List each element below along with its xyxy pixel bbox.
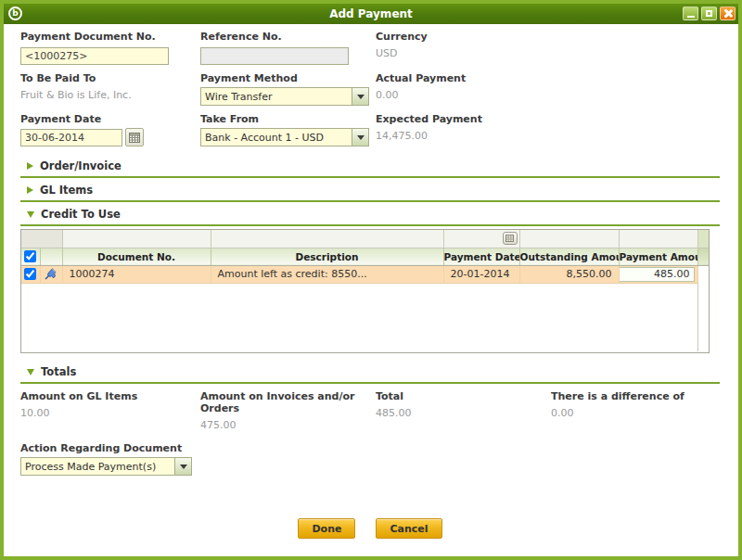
maximize-icon xyxy=(706,10,712,17)
action-regarding-document-select[interactable]: Process Made Payment(s) xyxy=(20,457,192,476)
difference-label: There is a difference of xyxy=(551,390,720,402)
window-title: Add Payment xyxy=(4,4,738,24)
table-row[interactable]: 1000274 Amount left as credit: 8550... 2… xyxy=(21,265,709,283)
col-description[interactable]: Description xyxy=(211,248,443,265)
payment-document-no-field: Payment Document No. xyxy=(20,31,200,65)
difference-value: 0.00 xyxy=(551,405,720,419)
amount-on-gl-items-value: 10.00 xyxy=(20,405,200,419)
take-from-value: Bank - Account 1 - USD xyxy=(201,129,352,146)
table-header-row: Document No. Description Payment Date Ou… xyxy=(21,248,709,265)
section-totals-label: Totals xyxy=(41,365,76,378)
close-icon xyxy=(723,9,732,18)
section-totals[interactable]: Totals xyxy=(20,362,720,384)
col-payment-amount[interactable]: Payment Amount xyxy=(619,248,697,265)
cell-document-no: 1000274 xyxy=(62,265,211,283)
col-document-no[interactable]: Document No. xyxy=(62,248,211,265)
select-all-header-cell xyxy=(21,248,40,265)
dropdown-triangle-icon xyxy=(357,135,365,140)
reference-no-input[interactable] xyxy=(200,47,349,65)
take-from-select[interactable]: Bank - Account 1 - USD xyxy=(200,128,369,146)
section-gl-items[interactable]: GL Items xyxy=(20,180,720,202)
select-all-checkbox[interactable] xyxy=(24,250,36,262)
actual-payment-label: Actual Payment xyxy=(376,72,720,84)
section-order-invoice[interactable]: Order/Invoice xyxy=(20,156,720,178)
payment-form: Payment Document No. Reference No. Curre… xyxy=(20,31,720,154)
chevron-down-icon[interactable] xyxy=(352,88,368,105)
to-be-paid-to-label: To Be Paid To xyxy=(20,72,200,84)
cell-description: Amount left as credit: 8550... xyxy=(211,265,443,283)
reference-no-field: Reference No. xyxy=(200,31,376,65)
minimize-button[interactable] xyxy=(683,6,698,20)
payment-amount-input[interactable] xyxy=(619,267,695,282)
payment-date-field: Payment Date xyxy=(20,113,200,146)
section-order-invoice-label: Order/Invoice xyxy=(40,159,122,172)
collapse-arrow-icon xyxy=(27,211,34,218)
payment-method-select[interactable]: Wire Transfer xyxy=(200,87,369,106)
filter-document-no[interactable] xyxy=(62,230,211,248)
cell-payment-date: 20-01-2014 xyxy=(443,265,519,283)
row-select-cell xyxy=(21,265,40,283)
difference-field: There is a difference of 0.00 xyxy=(551,390,720,431)
section-credit-to-use[interactable]: Credit To Use xyxy=(20,204,720,226)
total-value: 485.00 xyxy=(376,405,551,419)
pushpin-icon xyxy=(45,266,58,280)
section-gl-items-label: GL Items xyxy=(40,184,93,197)
currency-value: USD xyxy=(376,45,720,59)
filter-outstanding-amount[interactable] xyxy=(519,230,619,248)
to-be-paid-to-field: To Be Paid To Fruit & Bio is Life, Inc. xyxy=(20,72,200,106)
minimize-icon xyxy=(687,16,695,18)
payment-method-value: Wire Transfer xyxy=(201,88,352,105)
expected-payment-value: 14,475.00 xyxy=(376,128,720,142)
totals-summary: Amount on GL Items 10.00 Amount on Invoi… xyxy=(20,390,720,439)
currency-field: Currency USD xyxy=(376,31,720,65)
cell-payment-amount xyxy=(619,265,697,283)
credit-to-use-table: Document No. Description Payment Date Ou… xyxy=(20,229,710,353)
table-scroll-gutter xyxy=(697,248,709,265)
expected-payment-label: Expected Payment xyxy=(376,113,720,125)
payment-date-label: Payment Date xyxy=(20,113,200,125)
calendar-button[interactable] xyxy=(125,128,144,146)
expected-payment-field: Expected Payment 14,475.00 xyxy=(376,113,720,146)
collapse-arrow-icon xyxy=(27,369,34,375)
chevron-down-icon[interactable] xyxy=(174,458,191,475)
col-outstanding-amount[interactable]: Outstanding Amount xyxy=(519,248,619,265)
payment-document-no-label: Payment Document No. xyxy=(20,31,200,43)
amount-on-invoices-value: 475.00 xyxy=(200,417,376,431)
filter-description[interactable] xyxy=(211,230,443,248)
amount-on-gl-items-field: Amount on GL Items 10.00 xyxy=(20,390,200,431)
col-payment-date[interactable]: Payment Date xyxy=(443,248,519,265)
dialog-content: Payment Document No. Reference No. Curre… xyxy=(4,24,738,556)
take-from-field: Take From Bank - Account 1 - USD xyxy=(200,113,376,146)
total-label: Total xyxy=(376,390,551,402)
table-scroll-gutter xyxy=(697,230,709,248)
amount-on-invoices-label: Amount on Invoices and/or Orders xyxy=(200,390,376,414)
chevron-down-icon[interactable] xyxy=(352,129,368,146)
payment-date-input[interactable] xyxy=(20,129,122,146)
expand-arrow-icon xyxy=(27,162,33,170)
row-icon-cell xyxy=(40,265,62,283)
row-checkbox[interactable] xyxy=(24,268,36,280)
maximize-button[interactable] xyxy=(701,6,717,20)
action-regarding-document-field: Action Regarding Document Process Made P… xyxy=(20,442,720,476)
row-icon-header-cell xyxy=(40,248,62,265)
actual-payment-value: 0.00 xyxy=(376,87,720,101)
payment-method-label: Payment Method xyxy=(200,72,376,84)
add-payment-dialog: b Add Payment Payment Document No. Refer… xyxy=(0,0,742,560)
dialog-buttons: Done Cancel xyxy=(20,518,720,539)
table-scroll-gutter xyxy=(697,265,709,283)
payment-document-no-input[interactable] xyxy=(20,47,169,65)
filter-selection-cell xyxy=(21,230,62,248)
cancel-button[interactable]: Cancel xyxy=(376,518,441,539)
filter-calendar-button[interactable] xyxy=(503,232,518,245)
close-button[interactable] xyxy=(720,6,736,20)
titlebar: b Add Payment xyxy=(4,4,738,24)
to-be-paid-to-value: Fruit & Bio is Life, Inc. xyxy=(20,87,200,101)
table-empty-area xyxy=(21,283,709,351)
filter-payment-amount[interactable] xyxy=(619,230,697,248)
done-button[interactable]: Done xyxy=(298,518,355,539)
bottom-spacer xyxy=(20,483,720,518)
expand-arrow-icon xyxy=(27,186,33,194)
amount-on-gl-items-label: Amount on GL Items xyxy=(20,390,200,402)
filter-payment-date[interactable] xyxy=(443,230,519,248)
action-regarding-document-label: Action Regarding Document xyxy=(20,442,720,454)
